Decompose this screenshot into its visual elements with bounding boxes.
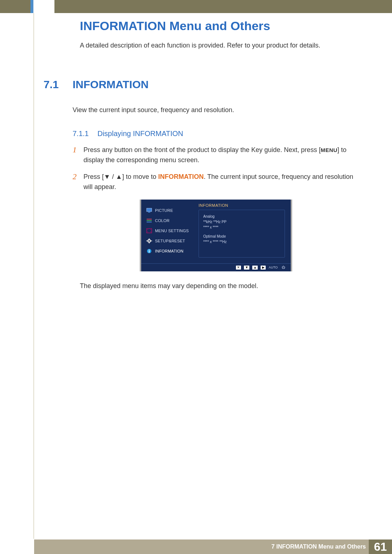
osd-item-menu-settings: MENU SETTINGS: [146, 226, 192, 236]
osd-line-2: **kHz **Hz PP: [203, 219, 280, 225]
page-title: INFORMATION Menu and Others: [80, 19, 392, 33]
gear-icon: [146, 238, 152, 243]
menu-label: MENU: [320, 147, 337, 153]
header-band: [0, 0, 392, 13]
osd-item-label: MENU SETTINGS: [155, 229, 189, 233]
step-1: 1 Press any button on the front of the p…: [73, 145, 356, 165]
svg-rect-11: [151, 241, 152, 241]
svg-point-7: [148, 240, 150, 242]
info-icon: [146, 249, 152, 254]
osd-key-up: ▲: [252, 266, 258, 270]
svg-rect-9: [149, 242, 150, 243]
step-text-pre: Press [: [83, 173, 104, 180]
header-tab-side: [30, 0, 33, 13]
osd-line-1: Analog: [203, 214, 280, 219]
osd-line-3: **** x ****: [203, 225, 280, 230]
step-number: 1: [73, 145, 83, 165]
steps: 1 Press any button on the front of the p…: [73, 145, 356, 192]
osd-right-title: INFORMATION: [199, 203, 285, 208]
step-number: 2: [73, 172, 83, 192]
section-body: View the current input source, frequency…: [73, 105, 356, 115]
gap: [203, 230, 280, 234]
osd-info-box: Analog **kHz **Hz PP **** x **** Optimal…: [199, 210, 285, 258]
footer-label: 7 INFORMATION Menu and Others: [271, 543, 366, 550]
content: INFORMATION Menu and Others A detailed d…: [0, 15, 392, 290]
osd-line-5: **** x **** **Hz: [203, 239, 280, 245]
osd-key-close: ✕: [236, 266, 241, 270]
header-tab: [33, 0, 54, 13]
information-word: INFORMATION: [158, 173, 204, 180]
resize-icon: [146, 228, 152, 233]
svg-rect-8: [149, 238, 150, 239]
svg-rect-14: [149, 250, 150, 250]
step-2: 2 Press [▼ / ▲] to move to INFORMATION. …: [73, 172, 356, 192]
svg-rect-10: [146, 241, 147, 241]
step-text-pre: Press any button on the front of the pro…: [83, 146, 320, 153]
footer-chapter-label: INFORMATION Menu and Others: [276, 543, 366, 550]
osd-key-down: ▼: [244, 266, 249, 270]
step-text: Press [▼ / ▲] to move to INFORMATION. Th…: [83, 172, 356, 192]
svg-rect-1: [148, 212, 150, 213]
osd-item-label: INFORMATION: [155, 249, 183, 253]
step-text-mid: ] to move to: [122, 173, 158, 180]
sliders-icon: [146, 218, 152, 223]
osd-key-power: ⏻: [281, 266, 286, 270]
osd-sidebar: PICTURE COLOR MENU SETTINGS SETUP&RESET …: [141, 200, 196, 263]
footer-band: 7 INFORMATION Menu and Others 61: [34, 539, 392, 554]
osd-item-label: SETUP&RESET: [155, 239, 185, 243]
osd-main: PICTURE COLOR MENU SETTINGS SETUP&RESET …: [141, 200, 291, 263]
svg-rect-5: [147, 229, 152, 233]
osd-line-4: Optimal Mode: [203, 234, 280, 239]
osd-right: INFORMATION Analog **kHz **Hz PP **** x …: [196, 200, 291, 263]
footer-chapter-num: 7: [271, 543, 275, 550]
svg-rect-2: [147, 219, 152, 219]
osd-menu: PICTURE COLOR MENU SETTINGS SETUP&RESET …: [140, 200, 292, 271]
arrow-keys: ▼ / ▲: [104, 173, 122, 180]
osd-item-setup-reset: SETUP&RESET: [146, 236, 192, 246]
section-number: 7.1: [44, 78, 73, 91]
osd-item-color: COLOR: [146, 216, 192, 226]
osd-item-label: PICTURE: [155, 208, 173, 213]
osd-key-right: ▶: [261, 266, 266, 270]
subsection-number: 7.1.1: [73, 130, 96, 138]
section-head: 7.1 INFORMATION: [44, 78, 392, 91]
svg-rect-13: [149, 251, 150, 253]
page-subtitle: A detailed description of each function …: [80, 42, 392, 49]
subsection-title: Displaying INFORMATION: [97, 130, 183, 138]
osd-key-auto: AUTO: [269, 266, 278, 270]
svg-rect-4: [147, 222, 152, 222]
svg-rect-0: [147, 208, 152, 212]
svg-rect-3: [147, 220, 152, 221]
note: The displayed menu items may vary depend…: [80, 282, 356, 290]
subsection-head: 7.1.1 Displaying INFORMATION: [73, 130, 392, 138]
osd-bottom-bar: ✕ ▼ ▲ ▶ AUTO ⏻: [141, 263, 291, 271]
footer-page-number: 61: [369, 539, 392, 554]
section-title: INFORMATION: [73, 78, 148, 91]
step-text: Press any button on the front of the pro…: [83, 145, 356, 165]
monitor-icon: [146, 208, 152, 213]
osd-item-information: INFORMATION: [146, 246, 192, 256]
osd-item-picture: PICTURE: [146, 205, 192, 216]
osd-item-label: COLOR: [155, 218, 170, 223]
